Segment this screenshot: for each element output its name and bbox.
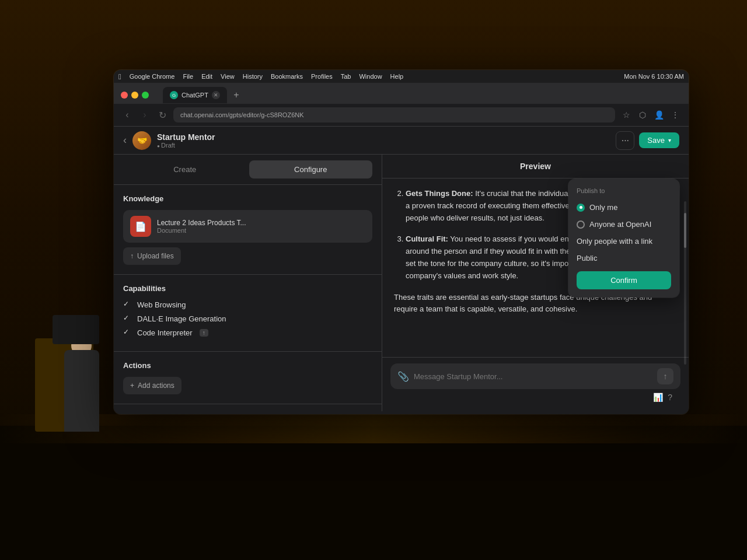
additional-settings-item[interactable]: › Additional Settings: [114, 404, 382, 411]
publish-option-openai[interactable]: Anyone at OpenAI: [568, 216, 679, 233]
menu-bookmarks[interactable]: Bookmarks: [271, 73, 303, 80]
macos-menubar:  Google Chrome File Edit View History B…: [114, 70, 689, 83]
menu-profiles[interactable]: Profiles: [311, 73, 333, 80]
apple-logo-icon: : [118, 72, 121, 81]
confirm-button[interactable]: Confirm: [577, 271, 671, 289]
item-2-bold: Cultural Fit:: [406, 235, 448, 243]
screen-container:  Google Chrome File Edit View History B…: [114, 70, 689, 414]
check-icon: ✓: [123, 300, 132, 309]
capability-code-interpreter: ✓ Code Interpreter ↑: [123, 328, 372, 337]
check-icon: ✓: [123, 328, 132, 337]
knowledge-label: Knowledge: [123, 194, 372, 203]
publish-option-public[interactable]: Public: [568, 250, 679, 267]
publish-option-only-me[interactable]: Only me: [568, 199, 679, 216]
system-clock: Mon Nov 6 10:30 AM: [624, 73, 684, 80]
publish-title: Publish to: [568, 185, 679, 199]
extension-icon[interactable]: ⬡: [636, 108, 649, 121]
chatgpt-favicon: G: [170, 91, 178, 99]
bookmark-icon[interactable]: ☆: [620, 108, 633, 121]
gpt-avatar: 🤝: [132, 131, 151, 150]
publish-label-link: Only people with a link: [577, 237, 652, 246]
capability-tag: ↑: [200, 329, 208, 337]
chat-input-area: 📎 ↑ 📊 ?: [382, 357, 689, 411]
actions-label: Actions: [123, 361, 372, 370]
gpt-draft-status: Draft: [157, 142, 616, 149]
menu-window[interactable]: Window: [359, 73, 382, 80]
file-icon: 📄: [130, 216, 151, 237]
tab-configure[interactable]: Configure: [249, 160, 373, 178]
audience-area: [0, 426, 747, 560]
capability-code-label: Code Interpreter: [137, 328, 193, 337]
item-1-bold: Gets Things Done:: [406, 189, 473, 198]
publish-option-link[interactable]: Only people with a link: [568, 233, 679, 250]
stats-icon[interactable]: 📊: [653, 393, 663, 402]
new-tab-button[interactable]: +: [231, 89, 242, 101]
forward-button[interactable]: ›: [138, 110, 151, 120]
chat-footer: 📊 ?: [390, 389, 680, 405]
publish-dropdown: Publish to Only me Anyone at OpenAI Only…: [568, 179, 679, 298]
menu-history[interactable]: History: [243, 73, 263, 80]
header-actions: ··· Save ▾: [616, 131, 679, 150]
publish-label-public: Public: [577, 254, 597, 262]
menu-help[interactable]: Help: [390, 73, 404, 80]
browser-chrome: G ChatGPT ✕ + ‹ › ↻ chat.openai.com/gpts…: [114, 83, 689, 127]
chat-input-row: 📎 ↑: [390, 363, 680, 389]
check-icon: ✓: [123, 314, 132, 323]
scroll-thumb[interactable]: [684, 213, 686, 248]
browser-icons: ☆ ⬡ 👤 ⋮: [620, 108, 682, 121]
profile-icon[interactable]: 👤: [652, 108, 665, 121]
upload-icon: ↑: [130, 252, 134, 260]
add-actions-button[interactable]: + Add actions: [123, 377, 181, 394]
browser-tab-chatgpt[interactable]: G ChatGPT ✕: [163, 87, 227, 103]
attach-button[interactable]: 📎: [397, 371, 409, 382]
menu-edit[interactable]: Edit: [201, 73, 212, 80]
menu-dots-icon[interactable]: ⋮: [669, 108, 682, 121]
tab-bar: G ChatGPT ✕ +: [114, 83, 689, 104]
minimize-window-button[interactable]: [131, 92, 138, 99]
laptop: [53, 315, 99, 344]
chat-input[interactable]: [414, 372, 652, 381]
back-navigation-button[interactable]: ‹: [123, 134, 127, 146]
radio-only-me: [577, 204, 585, 212]
plus-icon: +: [130, 382, 134, 390]
menu-file[interactable]: File: [183, 73, 193, 80]
speaker-body: [64, 350, 99, 432]
scroll-indicator: [684, 201, 686, 365]
capability-dalle-label: DALL·E Image Generation: [137, 314, 226, 323]
capabilities-section: Capabilities ✓ Web Browsing ✓ DALL·E Ima…: [114, 274, 382, 351]
tab-create[interactable]: Create: [123, 160, 247, 178]
menu-chrome[interactable]: Google Chrome: [130, 73, 175, 80]
upload-label: Upload files: [137, 252, 174, 260]
capability-web-label: Web Browsing: [137, 300, 186, 309]
more-options-button[interactable]: ···: [616, 131, 634, 150]
back-button[interactable]: ‹: [121, 110, 134, 120]
right-panel: Preview Gets Things Done: It's crucial t…: [382, 155, 689, 411]
radio-openai: [577, 220, 585, 229]
add-actions-label: Add actions: [138, 382, 174, 390]
preview-header: Preview: [382, 155, 689, 178]
maximize-window-button[interactable]: [142, 92, 149, 99]
save-chevron-icon: ▾: [668, 137, 671, 144]
publish-label-openai: Anyone at OpenAI: [589, 220, 651, 229]
url-text: chat.openai.com/gpts/editor/g-cS8ROZ6NK: [180, 111, 304, 118]
refresh-button[interactable]: ↻: [156, 110, 169, 121]
close-window-button[interactable]: [121, 92, 128, 99]
menu-view[interactable]: View: [221, 73, 235, 80]
file-name: Lecture 2 Ideas Products T...: [157, 219, 365, 227]
url-field[interactable]: chat.openai.com/gpts/editor/g-cS8ROZ6NK: [173, 107, 615, 123]
menu-tab[interactable]: Tab: [341, 73, 351, 80]
help-icon[interactable]: ?: [668, 393, 672, 402]
publish-label-only-me: Only me: [589, 203, 617, 212]
knowledge-file-item: 📄 Lecture 2 Ideas Products T... Document: [123, 210, 372, 243]
gpt-title-group: Startup Mentor Draft: [157, 132, 616, 149]
capability-dalle: ✓ DALL·E Image Generation: [123, 314, 372, 323]
editor-tabs: Create Configure: [114, 155, 382, 185]
upload-files-button[interactable]: ↑ Upload files: [123, 247, 181, 265]
send-button[interactable]: ↑: [657, 368, 673, 384]
actions-section: Actions + Add actions: [114, 351, 382, 404]
save-button[interactable]: Save ▾: [639, 132, 679, 148]
capability-web-browsing: ✓ Web Browsing: [123, 300, 372, 309]
file-info: Lecture 2 Ideas Products T... Document: [157, 219, 365, 234]
tab-close-button[interactable]: ✕: [212, 91, 220, 99]
gpt-content: Create Configure Knowledge 📄 Lecture 2 I…: [114, 155, 689, 411]
